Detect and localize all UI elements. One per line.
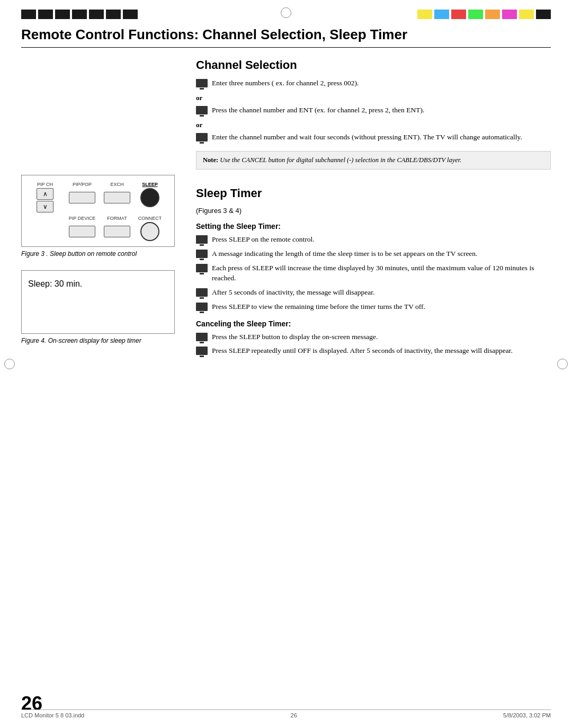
tv-icon-2 (196, 106, 208, 114)
note-box: Note: Use the CANCEL button for digital … (196, 151, 551, 170)
tv-icon-s3 (196, 264, 208, 272)
sleep-heading: Sleep Timer (196, 187, 551, 200)
left-column: PIP CH PIP/POP EXCH SLEEP ∧ ∨ (21, 58, 191, 361)
color-bar-2 (434, 10, 449, 19)
note-label: Note: (203, 156, 218, 164)
top-bar-right (417, 10, 551, 19)
canceling-heading: Canceling the Sleep Timer: (196, 319, 551, 328)
exch-btn[interactable] (104, 192, 130, 203)
figure3-container: PIP CH PIP/POP EXCH SLEEP ∧ ∨ (21, 175, 180, 258)
canceling-bullets: Press the SLEEP button to display the on… (196, 332, 551, 357)
spacer-label (27, 216, 63, 221)
bar-seg-6 (106, 10, 121, 19)
registration-circle-right (557, 359, 568, 369)
sleep-subheading: (Figures 3 & 4) (196, 207, 551, 215)
note-text: Use the CANCEL button for digital subcha… (220, 156, 461, 164)
sleep-label: SLEEP (134, 182, 166, 187)
footer: LCD Monitor 5 8 03.indd 26 5/8/2003, 3:0… (21, 709, 551, 718)
bar-seg-5 (89, 10, 104, 19)
tv-icon-c2 (196, 347, 208, 355)
setting-bullet-1: Press SLEEP on the remote control. (196, 235, 551, 245)
tv-icon-s5 (196, 303, 208, 311)
format-btn[interactable] (104, 226, 130, 237)
connect-btn[interactable] (140, 222, 159, 241)
pip-pop-label: PIP/POP (64, 182, 100, 187)
sleep-btn[interactable] (140, 188, 159, 207)
tv-icon-c1 (196, 333, 208, 341)
channel-bullets-2: Press the channel number and ENT (ex. fo… (196, 105, 551, 116)
top-bar-left (21, 10, 138, 19)
figure3-caption: Figure 3 . Sleep button on remote contro… (21, 250, 180, 258)
bar-seg-3 (55, 10, 70, 19)
channel-bullet-2: Press the channel number and ENT (ex. fo… (196, 105, 551, 116)
setting-bullets: Press SLEEP on the remote control. A mes… (196, 235, 551, 312)
figure4-container: Sleep: 30 min. Figure 4. On-screen displ… (21, 270, 180, 344)
pip-pop-btn[interactable] (69, 192, 95, 203)
tv-icon-3 (196, 133, 208, 141)
bar-seg-2 (38, 10, 53, 19)
setting-bullet-5: Press SLEEP to view the remaining time b… (196, 302, 551, 312)
sleep-section: Sleep Timer (Figures 3 & 4) Setting the … (196, 187, 551, 356)
or-1: or (196, 94, 551, 102)
page-content: Remote Control Functions: Channel Select… (21, 26, 551, 707)
arrow-up-btn[interactable]: ∧ (37, 188, 53, 200)
onscreen-display-text: Sleep: 30 min. (28, 279, 82, 288)
tv-icon-s1 (196, 235, 208, 244)
setting-bullet-3: Each press of SLEEP will increase the ti… (196, 263, 551, 283)
color-bar-8 (536, 10, 551, 19)
color-bar-4 (468, 10, 483, 19)
bar-seg-4 (72, 10, 87, 19)
pip-device-btn[interactable] (69, 226, 95, 237)
or-2: or (196, 121, 551, 129)
tv-icon-1 (196, 79, 208, 87)
onscreen-figure: Sleep: 30 min. (21, 270, 175, 334)
remote-figure: PIP CH PIP/POP EXCH SLEEP ∧ ∨ (21, 175, 175, 247)
pip-ch-label: PIP CH (27, 182, 63, 187)
registration-circle-top (281, 7, 291, 18)
arrow-down-btn[interactable]: ∨ (37, 201, 53, 212)
canceling-bullet-2: Press SLEEP repeatedly until OFF is disp… (196, 346, 551, 356)
bar-seg-1 (21, 10, 36, 19)
color-bar-7 (519, 10, 534, 19)
tv-icon-s2 (196, 250, 208, 258)
color-bar-3 (451, 10, 466, 19)
setting-bullet-4: After 5 seconds of inactivity, the messa… (196, 288, 551, 298)
channel-bullets: Enter three numbers ( ex. for channel 2,… (196, 78, 551, 88)
canceling-bullet-1: Press the SLEEP button to display the on… (196, 332, 551, 342)
footer-page: 26 (291, 712, 297, 718)
channel-bullet-3: Enter the channel number and wait four s… (196, 132, 551, 143)
channel-bullets-3: Enter the channel number and wait four s… (196, 132, 551, 143)
setting-heading: Setting the Sleep Timer: (196, 222, 551, 230)
pip-device-label: PIP DEVICE (64, 216, 100, 221)
right-column: Channel Selection Enter three numbers ( … (191, 58, 551, 361)
channel-heading: Channel Selection (196, 58, 551, 72)
main-title: Remote Control Functions: Channel Select… (21, 26, 551, 48)
setting-bullet-2: A message indicating the length of time … (196, 249, 551, 259)
channel-arrows: ∧ ∨ (27, 188, 63, 212)
registration-circle-left (4, 359, 15, 369)
bar-seg-7 (123, 10, 138, 19)
color-bar-6 (502, 10, 517, 19)
channel-bullet-1: Enter three numbers ( ex. for channel 2,… (196, 78, 551, 88)
color-bar-5 (485, 10, 500, 19)
format-label: FORMAT (101, 216, 133, 221)
footer-date: 5/8/2003, 3:02 PM (503, 712, 551, 718)
exch-label: EXCH (101, 182, 133, 187)
tv-icon-s4 (196, 288, 208, 297)
content-area: PIP CH PIP/POP EXCH SLEEP ∧ ∨ (21, 58, 551, 361)
color-bar-1 (417, 10, 432, 19)
figure4-caption: Figure 4. On-screen display for sleep ti… (21, 337, 180, 344)
footer-filename: LCD Monitor 5 8 03.indd (21, 712, 84, 718)
connect-label: CONNECT (134, 216, 166, 221)
